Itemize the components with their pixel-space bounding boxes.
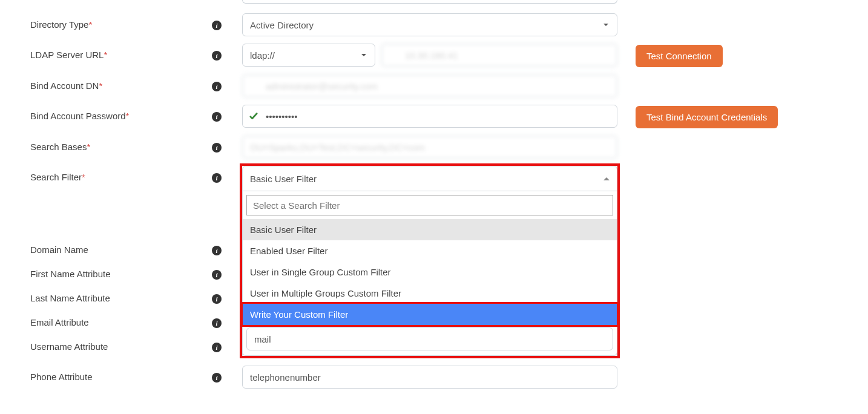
ldap-config-form: Directory Type* i Active Directory LDAP … [0, 0, 868, 389]
select-directory-type[interactable]: Active Directory [242, 13, 617, 36]
info-icon[interactable]: i [212, 112, 222, 122]
label-username-attribute: Username Attribute [18, 335, 212, 352]
info-icon[interactable]: i [212, 173, 222, 183]
dropdown-option[interactable]: Basic User Filter [243, 219, 617, 240]
row-search-bases: Search Bases* i [18, 136, 850, 159]
select-ldap-scheme[interactable]: ldap:// [242, 44, 375, 67]
label-ldap-server-url: LDAP Server URL* [18, 44, 212, 60]
dropdown-option[interactable]: User in Multiple Groups Custom Filter [243, 283, 617, 304]
check-icon [248, 111, 259, 122]
label-directory-type: Directory Type* [18, 13, 212, 30]
label-last-name-attribute: Last Name Attribute [18, 287, 212, 303]
dropdown-option[interactable]: Enabled User Filter [243, 240, 617, 261]
dropdown-toggle[interactable]: Basic User Filter [242, 166, 617, 191]
info-icon[interactable]: i [212, 246, 222, 255]
info-icon[interactable]: i [212, 51, 222, 61]
dropdown-option-highlighted[interactable]: Write Your Custom Filter [243, 304, 617, 325]
input-bind-dn[interactable] [242, 74, 617, 97]
label-first-name-attribute: First Name Attribute [18, 263, 212, 279]
dropdown-selected: Basic User Filter [250, 174, 317, 184]
dropdown-panel: Basic User Filter Enabled User Filter Us… [242, 191, 617, 356]
test-connection-button[interactable]: Test Connection [636, 45, 723, 67]
row-directory-type: Directory Type* i Active Directory [18, 13, 850, 36]
dropdown-option[interactable]: User in Single Group Custom Filter [243, 261, 617, 283]
row-ldap-server-url: LDAP Server URL* i ldap:// Test Connecti… [18, 44, 850, 67]
label-search-filter: Search Filter* [18, 166, 212, 182]
input-bind-password[interactable] [242, 105, 617, 128]
input-ldap-host[interactable] [381, 44, 617, 67]
dropdown-search-input[interactable] [246, 195, 613, 215]
test-bind-credentials-button[interactable]: Test Bind Account Credentials [636, 106, 778, 128]
input-search-bases[interactable] [242, 136, 617, 159]
caret-up-icon [603, 177, 610, 180]
label-phone-attribute: Phone Attribute [18, 366, 212, 382]
row-bind-account-dn: Bind Account DN* i [18, 74, 850, 97]
label-bind-account-password: Bind Account Password* [18, 105, 212, 121]
info-icon[interactable]: i [212, 373, 222, 383]
info-icon[interactable]: i [212, 318, 222, 328]
row-top-partial [18, 0, 850, 6]
search-filter-dropdown[interactable]: Basic User Filter Basic User Filter Enab… [242, 166, 617, 356]
label-search-bases: Search Bases* [18, 136, 212, 152]
info-icon[interactable]: i [212, 143, 222, 153]
row-bind-account-password: Bind Account Password* i Test Bind Accou… [18, 105, 850, 128]
input-phone-attribute[interactable] [242, 366, 617, 389]
partial-top-input[interactable] [242, 0, 617, 4]
label-email-attribute: Email Attribute [18, 311, 212, 327]
input-email-attribute[interactable] [246, 327, 613, 350]
label-bind-account-dn: Bind Account DN* [18, 74, 212, 91]
row-phone-attribute: Phone Attribute i [18, 366, 850, 389]
info-icon[interactable]: i [212, 270, 222, 280]
info-icon[interactable]: i [212, 343, 222, 352]
label-domain-name: Domain Name [18, 238, 212, 255]
info-icon[interactable]: i [212, 82, 222, 91]
info-icon[interactable]: i [212, 21, 222, 30]
info-icon[interactable]: i [212, 294, 222, 304]
